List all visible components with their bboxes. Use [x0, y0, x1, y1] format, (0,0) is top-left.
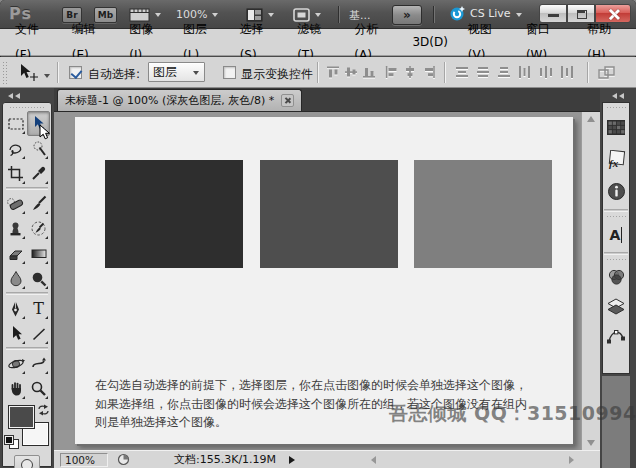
3d-rotate-icon — [7, 356, 25, 372]
align-right-edges-button[interactable] — [420, 65, 436, 79]
panel-icon-dock: fx A — [602, 102, 630, 374]
line-tool-icon — [31, 326, 47, 342]
auto-select-target-dropdown[interactable]: 图层 — [148, 62, 205, 82]
color-swatches-area — [3, 404, 51, 452]
document-size-info: 文档:155.3K/1.19M — [174, 452, 276, 467]
hand-icon — [8, 380, 24, 397]
scroll-down-icon[interactable] — [587, 440, 595, 446]
styles-panel-button[interactable]: fx — [603, 143, 629, 175]
align-vertical-centers-button[interactable] — [343, 65, 359, 79]
tool-3d-roll-button[interactable] — [27, 351, 50, 376]
tool-hand-button[interactable] — [4, 376, 27, 401]
quick-selection-icon — [30, 140, 48, 157]
gray-rectangle-layer-3[interactable] — [414, 160, 552, 268]
options-separator — [57, 62, 59, 83]
clone-stamp-icon — [7, 221, 24, 237]
distribute-left-edges-button[interactable] — [517, 65, 533, 79]
tool-gradient-button[interactable] — [27, 241, 50, 266]
toolbox-panel: T — [2, 102, 52, 467]
document-tab[interactable]: 未标题-1 @ 100% (深灰色图层, 灰色/8) * — [57, 89, 302, 111]
titlebar-separator — [433, 6, 435, 23]
photoshop-window: Ps Br Mb 100% 基... » — [0, 0, 636, 468]
tool-spot-healing-brush-button[interactable] — [4, 191, 27, 216]
tool-dodge-button[interactable] — [27, 266, 50, 291]
expand-panels-icon[interactable] — [612, 93, 626, 100]
3d-roll-icon — [30, 356, 48, 371]
tool-pen-button[interactable] — [4, 296, 27, 321]
distribute-horizontal-centers-button[interactable] — [538, 65, 554, 79]
tool-zoom-button[interactable] — [27, 376, 50, 401]
eraser-icon — [7, 246, 25, 262]
align-top-edges-button[interactable] — [325, 65, 341, 79]
swap-colors-icon[interactable] — [37, 404, 50, 417]
toolbox-gripper[interactable] — [9, 104, 45, 111]
tool-lasso-button[interactable] — [4, 136, 27, 161]
brush-icon — [30, 195, 47, 212]
show-transform-label: 显示变换控件 — [241, 66, 313, 83]
distribute-right-edges-button[interactable] — [559, 65, 575, 79]
tool-type-button[interactable]: T — [27, 296, 50, 321]
info-panel-button[interactable] — [603, 175, 629, 207]
align-left-edges-button[interactable] — [384, 65, 400, 79]
status-flyout-icon[interactable] — [289, 456, 295, 464]
scroll-left-icon[interactable] — [371, 456, 376, 464]
distribute-vertical-centers-button[interactable] — [475, 65, 491, 79]
show-transform-checkbox[interactable] — [223, 66, 236, 79]
document-canvas[interactable]: 在勾选自动选择的前提下，选择图层，你在点击图像的时候会单独选择这个图像， 如果选… — [75, 117, 573, 444]
lasso-icon — [7, 141, 25, 157]
paths-icon — [606, 328, 626, 344]
options-bar-gripper[interactable] — [2, 61, 8, 84]
layers-panel-button[interactable] — [603, 291, 629, 321]
spot-healing-brush-icon — [6, 196, 25, 212]
blur-icon — [8, 270, 24, 287]
tool-history-brush-button[interactable] — [27, 216, 50, 241]
align-horizontal-centers-button[interactable] — [402, 65, 418, 79]
quick-mask-icon — [21, 459, 33, 468]
tool-eyedropper-button[interactable] — [27, 161, 50, 186]
tool-path-selection-button[interactable] — [4, 321, 27, 346]
distribute-bottom-edges-button[interactable] — [496, 65, 512, 79]
channels-panel-button[interactable] — [603, 263, 629, 291]
status-preview-icon[interactable] — [117, 453, 130, 466]
menu-item-3d[interactable]: 3D(D) — [402, 29, 457, 55]
tool-eraser-button[interactable] — [4, 241, 27, 266]
crop-icon — [7, 165, 24, 182]
character-panel-button[interactable]: A — [603, 220, 629, 250]
align-bottom-edges-button[interactable] — [361, 65, 377, 79]
default-colors-icon[interactable] — [5, 436, 19, 449]
panel-dock-divider — [604, 209, 628, 212]
collapse-toolbox-icon[interactable] — [8, 93, 22, 100]
tool-3d-rotate-button[interactable] — [4, 351, 27, 376]
auto-select-label: 自动选择: — [88, 66, 140, 83]
tool-crop-button[interactable] — [4, 161, 27, 186]
pen-icon — [8, 300, 23, 318]
tool-rectangular-marquee-button[interactable] — [4, 111, 27, 136]
swatches-icon — [607, 120, 625, 135]
tool-preset-dropdown-arrow[interactable] — [44, 74, 50, 78]
tab-close-icon[interactable] — [281, 94, 294, 107]
gray-rectangle-layer-1[interactable] — [105, 160, 243, 268]
auto-select-target-value: 图层 — [153, 65, 177, 79]
canvas-area[interactable]: 在勾选自动选择的前提下，选择图层，你在点击图像的时候会单独选择这个图像， 如果选… — [54, 112, 600, 450]
status-zoom-input[interactable]: 100% — [60, 453, 108, 467]
gradient-icon — [30, 246, 48, 261]
quick-mask-button[interactable] — [14, 455, 40, 468]
tool-blur-button[interactable] — [4, 266, 27, 291]
tool-line-button[interactable] — [27, 321, 50, 346]
swatches-panel-button[interactable] — [603, 111, 629, 143]
tool-clone-stamp-button[interactable] — [4, 216, 27, 241]
distribute-top-edges-button[interactable] — [454, 65, 470, 79]
vertical-scrollbar[interactable] — [581, 112, 600, 450]
scroll-right-icon[interactable] — [569, 456, 574, 464]
scroll-up-icon[interactable] — [587, 116, 595, 122]
gray-rectangle-layer-2[interactable] — [260, 160, 398, 268]
auto-align-layers-button[interactable] — [597, 65, 617, 81]
document-tab-title: 未标题-1 @ 100% (深灰色图层, 灰色/8) * — [65, 93, 274, 108]
tool-move-button[interactable] — [27, 111, 50, 136]
tool-brush-button[interactable] — [27, 191, 50, 216]
paths-panel-button[interactable] — [603, 321, 629, 351]
toolbox-separator — [6, 187, 48, 190]
foreground-color-swatch[interactable] — [9, 406, 34, 428]
status-bar: 100% 文档:155.3K/1.19M — [54, 450, 600, 468]
auto-select-checkbox[interactable] — [69, 66, 82, 79]
